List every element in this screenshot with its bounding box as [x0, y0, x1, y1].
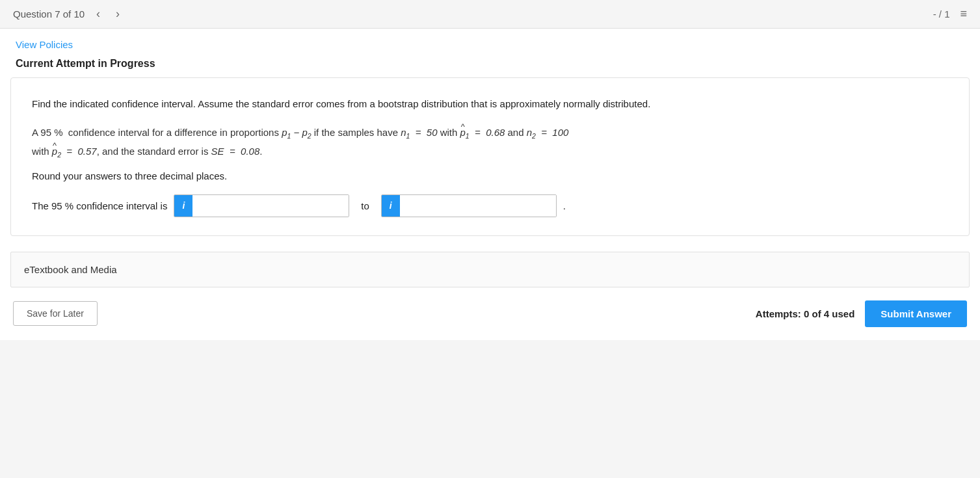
round-note: Round your answers to three decimal plac… [32, 170, 948, 181]
math-p1: p1 − p2 [282, 127, 311, 138]
first-answer-input[interactable] [192, 195, 349, 217]
question-intro: Find the indicated confidence interval. … [32, 96, 948, 112]
answer-row: The 95 % confidence interval is i to i . [32, 194, 948, 217]
math-n1: n1 = 50 [401, 127, 437, 138]
top-bar: Question 7 of 10 ‹ › - / 1 ≡ [0, 0, 980, 29]
math-n2: n2 = 100 [527, 127, 569, 138]
to-label: to [356, 200, 375, 211]
math-phat2: p2 = 0.57 [52, 146, 97, 157]
math-description: A 95 % confidence interval for a differe… [32, 124, 948, 161]
score-label: - / 1 [933, 8, 950, 20]
question-label: Question 7 of 10 [13, 8, 85, 20]
info-button-1[interactable]: i [174, 195, 192, 217]
next-arrow-button[interactable]: › [112, 6, 124, 22]
math-se: SE = 0.08 [211, 146, 260, 157]
info-button-2[interactable]: i [382, 195, 400, 217]
question-card: Find the indicated confidence interval. … [10, 77, 970, 236]
second-answer-input[interactable] [400, 195, 556, 217]
math-phat1: p1 = 0.68 [460, 127, 505, 138]
menu-icon[interactable]: ≡ [960, 7, 967, 21]
bottom-bar: Save for Later Attempts: 0 of 4 used Sub… [0, 287, 980, 340]
top-bar-right: - / 1 ≡ [933, 7, 967, 21]
attempt-heading: Current Attempt in Progress [0, 55, 980, 77]
save-later-button[interactable]: Save for Later [13, 301, 98, 326]
prev-arrow-button[interactable]: ‹ [92, 6, 104, 22]
policies-bar: View Policies [0, 29, 980, 55]
top-bar-left: Question 7 of 10 ‹ › [13, 6, 124, 22]
second-input-group: i [381, 194, 557, 217]
first-input-group: i [174, 194, 349, 217]
etextbook-label: eTextbook and Media [24, 264, 117, 275]
attempts-text: Attempts: 0 of 4 used [756, 308, 855, 319]
right-bottom: Attempts: 0 of 4 used Submit Answer [756, 300, 967, 327]
view-policies-link[interactable]: View Policies [16, 39, 73, 50]
submit-answer-button[interactable]: Submit Answer [865, 300, 967, 327]
main-content: View Policies Current Attempt in Progres… [0, 29, 980, 340]
period: . [563, 200, 566, 211]
etextbook-bar[interactable]: eTextbook and Media [10, 252, 970, 287]
interval-label: The 95 % confidence interval is [32, 200, 167, 211]
